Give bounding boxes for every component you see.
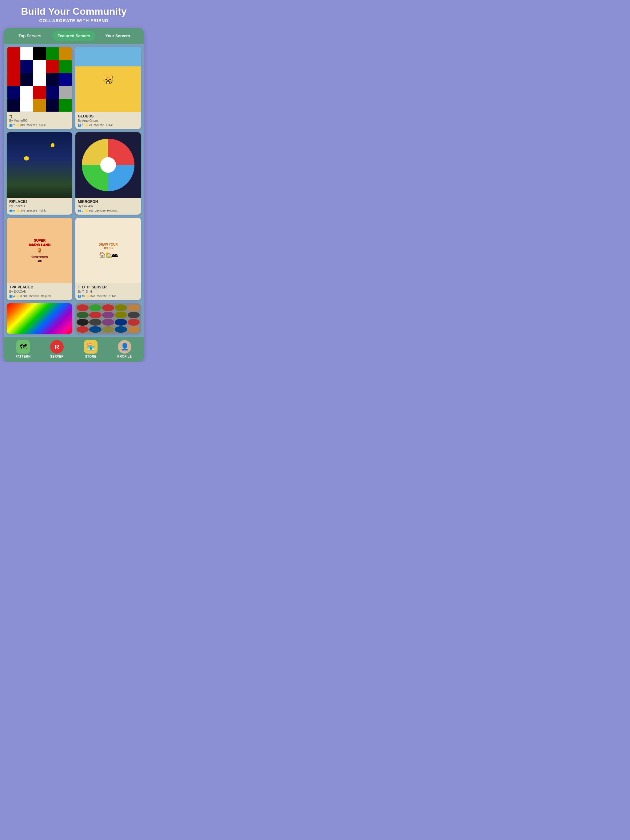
server-name-6: T_D_H_SERVER bbox=[78, 285, 138, 289]
server-card-1[interactable]: ") By MoyneRO 👥 7 ⭐ 315 256x256 Public bbox=[7, 47, 72, 129]
server-card-2[interactable]: 😸 GLOBUS By Argo Gnom 👥 3 ⭐ 49 256x256 P… bbox=[75, 47, 141, 129]
server-info-6: T_D_H_SERVER By T_D_H_ 👥 15 ⭐ 340 256x25… bbox=[75, 283, 141, 300]
stars-badge-4: ⭐ 693 bbox=[85, 209, 93, 212]
server-card-8[interactable] bbox=[75, 303, 141, 334]
mikrofon-center bbox=[100, 157, 116, 173]
bottom-nav: 🗺 PATTERN R SERVER 🏪 STORE 👤 PROFILE bbox=[4, 337, 144, 362]
server-author-4: By Fox 407 bbox=[78, 204, 138, 208]
server-thumb-6: DRAW YOURHOUSE 🏠🏡🏘 bbox=[75, 218, 141, 283]
tab-top-servers[interactable]: Top Servers bbox=[9, 31, 51, 41]
server-name-1: ") bbox=[9, 114, 70, 118]
server-card-3[interactable]: R/PLACE2 By Ender11 👥 9 ⭐ 345 256x256 Pu… bbox=[7, 132, 72, 215]
members-badge-5: 👥 4 bbox=[9, 295, 15, 298]
access-6: Public bbox=[109, 295, 117, 298]
house-emoji: 🏠🏡🏘 bbox=[99, 251, 118, 258]
size-4: 256x256 bbox=[95, 209, 106, 212]
access-3: Public bbox=[39, 209, 46, 212]
main-card: Top Servers Featured Servers Your Server… bbox=[4, 28, 144, 362]
members-badge-6: 👥 15 bbox=[78, 295, 85, 298]
mikrofon-thumb bbox=[75, 132, 141, 198]
server-author-1: By MoyneRO bbox=[9, 119, 70, 122]
server-thumb-3 bbox=[7, 132, 72, 198]
server-meta-3: 👥 9 ⭐ 345 256x256 Public bbox=[9, 209, 70, 212]
corner-gradient bbox=[7, 303, 72, 334]
flag-grid bbox=[7, 47, 72, 112]
tab-your-servers[interactable]: Your Servers bbox=[96, 31, 139, 41]
size-5: 256x256 bbox=[29, 295, 40, 298]
tab-featured-servers[interactable]: Featured Servers bbox=[52, 31, 95, 41]
page-title: Build Your Community bbox=[21, 6, 127, 17]
mario-thumb: SUPERMARIO LAND2 ©1992 Nintendo DX bbox=[7, 218, 72, 283]
access-1: Public bbox=[39, 123, 46, 127]
server-icon: R bbox=[50, 340, 64, 354]
server-info-5: TPK PLACE 2 By EKACAN 👥 4 ⭐ 3,001 256x25… bbox=[7, 283, 72, 300]
pattern-icon: 🗺 bbox=[16, 340, 30, 354]
server-meta-2: 👥 3 ⭐ 49 256x256 Public bbox=[78, 123, 138, 127]
server-name-2: GLOBUS bbox=[78, 114, 138, 118]
size-3: 256x256 bbox=[27, 209, 37, 212]
corner-thumb bbox=[7, 303, 72, 334]
tabs-container: Top Servers Featured Servers Your Server… bbox=[4, 28, 144, 44]
server-card-4[interactable]: MIKROFON By Fox 407 👥 2 ⭐ 693 256x256 Re… bbox=[75, 132, 141, 215]
nav-label-pattern: PATTERN bbox=[15, 355, 30, 358]
server-info-2: GLOBUS By Argo Gnom 👥 3 ⭐ 49 256x256 Pub… bbox=[75, 112, 141, 129]
house-text: DRAW YOURHOUSE bbox=[98, 243, 117, 250]
server-meta-1: 👥 7 ⭐ 315 256x256 Public bbox=[9, 123, 70, 127]
access-4: Request bbox=[108, 209, 118, 212]
server-info-4: MIKROFON By Fox 407 👥 2 ⭐ 693 256x256 Re… bbox=[75, 198, 141, 215]
server-meta-6: 👥 15 ⭐ 340 256x256 Public bbox=[78, 295, 138, 298]
store-icon: 🏪 bbox=[84, 340, 98, 354]
nav-item-profile[interactable]: 👤 PROFILE bbox=[108, 340, 141, 358]
nav-item-store[interactable]: 🏪 STORE bbox=[74, 340, 108, 358]
server-thumb-2: 😸 bbox=[75, 47, 141, 112]
server-card-5[interactable]: SUPERMARIO LAND2 ©1992 Nintendo DX TPK P… bbox=[7, 218, 72, 300]
access-5: Request bbox=[41, 295, 51, 298]
members-badge-1: 👥 7 bbox=[9, 123, 15, 127]
server-author-2: By Argo Gnom bbox=[78, 119, 138, 122]
server-info-3: R/PLACE2 By Ender11 👥 9 ⭐ 345 256x256 Pu… bbox=[7, 198, 72, 215]
stars-badge-2: ⭐ 49 bbox=[85, 123, 92, 127]
server-author-3: By Ender11 bbox=[9, 204, 70, 208]
servers-grid: ") By MoyneRO 👥 7 ⭐ 315 256x256 Public 😸… bbox=[4, 44, 144, 337]
nav-item-pattern[interactable]: 🗺 PATTERN bbox=[6, 340, 40, 358]
server-name-5: TPK PLACE 2 bbox=[9, 285, 70, 289]
nav-label-server: SERVER bbox=[50, 355, 64, 358]
server-card-7[interactable] bbox=[7, 303, 72, 334]
mikrofon-wheel bbox=[82, 139, 134, 191]
size-2: 256x256 bbox=[93, 123, 104, 127]
nav-label-store: STORE bbox=[85, 355, 97, 358]
server-name-3: R/PLACE2 bbox=[9, 199, 70, 204]
stars-badge-5: ⭐ 3,001 bbox=[16, 295, 27, 298]
server-author-5: By EKACAN bbox=[9, 290, 70, 293]
page-subtitle: COLLABORATE WITH FRIEND bbox=[40, 18, 109, 23]
starry-thumb bbox=[7, 132, 72, 198]
server-thumb-5: SUPERMARIO LAND2 ©1992 Nintendo DX bbox=[7, 218, 72, 283]
server-meta-4: 👥 2 ⭐ 693 256x256 Request bbox=[78, 209, 138, 212]
stars-badge-3: ⭐ 345 bbox=[16, 209, 25, 212]
simpsons-emoji: 😸 bbox=[103, 74, 114, 85]
size-6: 256x256 bbox=[97, 295, 108, 298]
server-card-6[interactable]: DRAW YOURHOUSE 🏠🏡🏘 T_D_H_SERVER By T_D_H… bbox=[75, 218, 141, 300]
simpsons-thumb: 😸 bbox=[75, 47, 141, 112]
server-thumb-1 bbox=[7, 47, 72, 112]
server-name-4: MIKROFON bbox=[78, 199, 138, 204]
members-badge-4: 👥 2 bbox=[78, 209, 83, 212]
house-thumb: DRAW YOURHOUSE 🏠🏡🏘 bbox=[75, 218, 141, 283]
server-thumb-4 bbox=[75, 132, 141, 198]
profile-icon: 👤 bbox=[118, 340, 131, 354]
nav-item-server[interactable]: R SERVER bbox=[40, 340, 74, 358]
nav-label-profile: PROFILE bbox=[117, 355, 132, 358]
mario-text: SUPERMARIO LAND2 ©1992 Nintendo DX bbox=[28, 238, 50, 263]
server-author-6: By T_D_H_ bbox=[78, 290, 138, 293]
server-info-1: ") By MoyneRO 👥 7 ⭐ 315 256x256 Public bbox=[7, 112, 72, 129]
access-2: Public bbox=[106, 123, 114, 127]
stars-badge-1: ⭐ 315 bbox=[16, 123, 25, 127]
members-badge-2: 👥 3 bbox=[78, 123, 83, 127]
members-badge-3: 👥 9 bbox=[9, 209, 15, 212]
mushroom-grid bbox=[75, 303, 141, 334]
mushrooms-thumb bbox=[75, 303, 141, 334]
stars-badge-6: ⭐ 340 bbox=[86, 295, 95, 298]
server-meta-5: 👥 4 ⭐ 3,001 256x256 Request bbox=[9, 295, 70, 298]
size-1: 256x256 bbox=[27, 123, 37, 127]
